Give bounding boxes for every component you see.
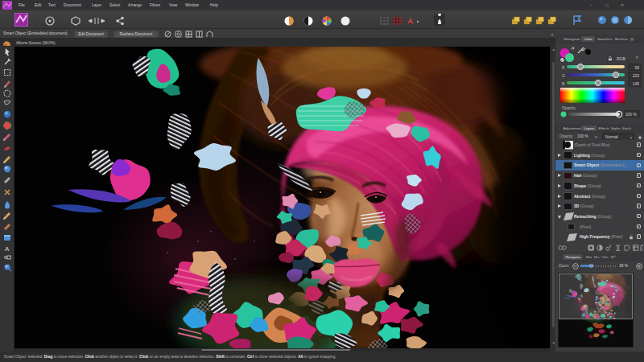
svg-text:A: A <box>5 245 10 253</box>
